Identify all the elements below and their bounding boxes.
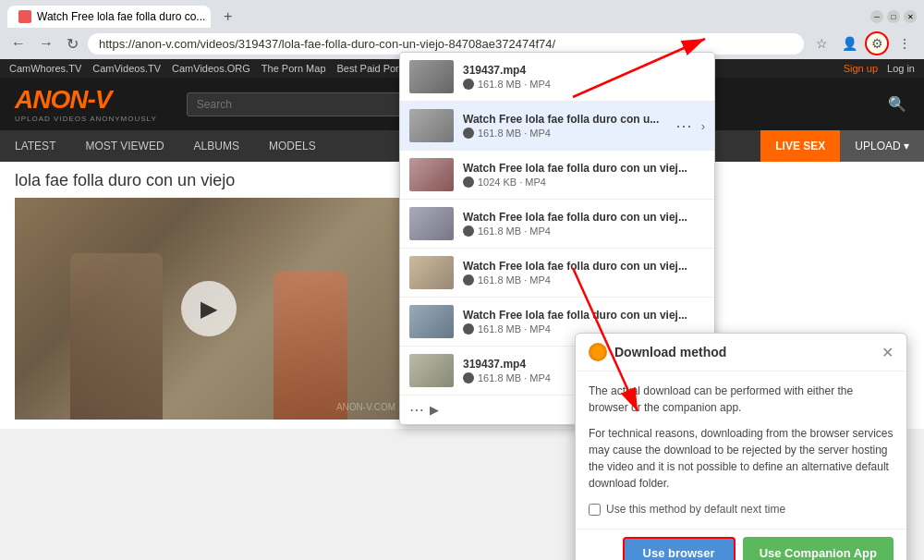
download-item[interactable]: 319437.mp4 161.8 MB · MP4 xyxy=(400,53,714,102)
dialog-close-button[interactable]: ✕ xyxy=(881,344,894,361)
dialog-logo-icon xyxy=(589,343,607,361)
thumb-2 xyxy=(409,109,454,142)
use-companion-button[interactable]: Use Companion App xyxy=(743,537,894,560)
next-icon: › xyxy=(701,119,705,133)
dialog-footer: Use browser Use Companion App xyxy=(576,529,906,560)
window-controls: ─ □ ✕ xyxy=(870,10,917,23)
thumb-1 xyxy=(409,60,454,93)
download-info-4: Watch Free lola fae folla duro con un vi… xyxy=(463,211,705,237)
dialog-body-text-2: For technical reasons, downloading from … xyxy=(589,425,894,492)
dl-icon-5 xyxy=(463,274,474,286)
thumb-4 xyxy=(409,207,454,240)
back-button[interactable]: ← xyxy=(7,33,30,54)
auth-links: Sign up Log in xyxy=(844,63,915,74)
dl-icon-3 xyxy=(463,177,474,188)
dl-icon-1 xyxy=(463,79,474,90)
refresh-button[interactable]: ↻ xyxy=(63,33,82,55)
default-method-checkbox[interactable] xyxy=(589,504,601,516)
toolbar-icons: ☆ 👤 ⚙ ⋮ xyxy=(809,31,917,55)
nav-porn-map[interactable]: The Porn Map xyxy=(261,63,326,74)
extension-icon[interactable]: ⚙ xyxy=(865,31,889,55)
tab-title: Watch Free lola fae folla duro co... xyxy=(37,10,205,23)
video-thumbnail[interactable]: ANON-V.COM ▶ xyxy=(15,198,403,420)
filename-5: Watch Free lola fae folla duro con un vi… xyxy=(463,260,705,273)
download-info-1: 319437.mp4 161.8 MB · MP4 xyxy=(463,64,705,90)
dl-icon-4 xyxy=(463,225,474,237)
download-info-3: Watch Free lola fae folla duro con un vi… xyxy=(463,162,705,188)
more-options-icon[interactable]: ⋯ xyxy=(675,116,692,136)
download-info-6: Watch Free lola fae folla duro con un vi… xyxy=(463,309,705,335)
nav-latest[interactable]: LATEST xyxy=(0,130,70,162)
close-button[interactable]: ✕ xyxy=(904,10,917,23)
thumb-7 xyxy=(409,354,454,387)
filesize-1: 161.8 MB · MP4 xyxy=(463,79,705,90)
search-button[interactable]: 🔍 xyxy=(885,92,909,116)
play-button[interactable]: ▶ xyxy=(181,281,237,336)
dl-icon-6 xyxy=(463,323,474,335)
nav-most-viewed[interactable]: MOST VIEWED xyxy=(70,130,178,162)
use-browser-button[interactable]: Use browser xyxy=(623,537,736,560)
title-bar: Watch Free lola fae folla duro co... ✕ +… xyxy=(0,0,924,28)
dl-icon-2 xyxy=(463,128,474,139)
minimize-button[interactable]: ─ xyxy=(870,10,883,23)
watermark: ANON-V.COM xyxy=(336,402,395,412)
nav-camvideos-tv[interactable]: CamVideos.TV xyxy=(92,63,161,74)
dl-icon-7 xyxy=(463,372,474,383)
filename-1: 319437.mp4 xyxy=(463,64,705,77)
filesize-3: 1024 KB · MP4 xyxy=(463,177,705,188)
nav-camwhores[interactable]: CamWhores.TV xyxy=(9,63,81,74)
default-method-row: Use this method by default next time xyxy=(589,501,894,517)
browser-chrome: Watch Free lola fae folla duro co... ✕ +… xyxy=(0,0,924,59)
logo-sub: UPLOAD VIDEOS ANONYMOUSLY xyxy=(15,115,157,123)
thumb-5 xyxy=(409,256,454,289)
nav-models[interactable]: MODELS xyxy=(254,130,331,162)
expand-icon[interactable]: ▶ xyxy=(430,403,439,417)
person-2 xyxy=(274,272,347,420)
filename-6: Watch Free lola fae folla duro con un vi… xyxy=(463,309,705,322)
filesize-2: 161.8 MB · MP4 xyxy=(463,128,666,139)
tab-favicon xyxy=(18,10,31,23)
download-method-dialog: Download method ✕ The actual download ca… xyxy=(575,333,907,560)
live-sex-button[interactable]: LIVE SEX xyxy=(760,130,840,162)
download-item-4[interactable]: Watch Free lola fae folla duro con un vi… xyxy=(400,200,714,249)
download-item-5[interactable]: Watch Free lola fae folla duro con un vi… xyxy=(400,249,714,298)
filename-4: Watch Free lola fae folla duro con un vi… xyxy=(463,211,705,224)
more-items-icon[interactable]: ⋯ xyxy=(409,401,424,419)
menu-icon[interactable]: ⋮ xyxy=(893,31,917,55)
thumb-6 xyxy=(409,305,454,338)
download-info-2: Watch Free lola fae folla duro con u... … xyxy=(463,113,666,139)
filename-3: Watch Free lola fae folla duro con un vi… xyxy=(463,162,705,175)
star-icon[interactable]: ☆ xyxy=(809,31,833,55)
dialog-header: Download method ✕ xyxy=(576,334,906,371)
nav-camvideos-org[interactable]: CamVideos.ORG xyxy=(172,63,250,74)
dialog-title: Download method xyxy=(614,345,726,359)
upload-button[interactable]: UPLOAD ▾ xyxy=(840,130,924,162)
active-tab[interactable]: Watch Free lola fae folla duro co... ✕ xyxy=(7,6,211,28)
person-1 xyxy=(70,253,163,420)
logo: ANON-V UPLOAD VIDEOS ANONYMOUSLY xyxy=(15,85,157,123)
login-link[interactable]: Log in xyxy=(887,63,915,74)
download-item-2[interactable]: Watch Free lola fae folla duro con u... … xyxy=(400,102,714,151)
default-method-label: Use this method by default next time xyxy=(606,501,785,517)
download-item-3[interactable]: Watch Free lola fae folla duro con un vi… xyxy=(400,151,714,200)
dialog-body: The actual download can be performed wit… xyxy=(576,371,906,529)
logo-text: ANON-V xyxy=(15,85,157,115)
filesize-4: 161.8 MB · MP4 xyxy=(463,225,705,237)
header-right: 🔍 xyxy=(885,92,909,116)
filename-2: Watch Free lola fae folla duro con u... xyxy=(463,113,666,126)
nav-albums[interactable]: ALBUMS xyxy=(179,130,254,162)
account-icon[interactable]: 👤 xyxy=(837,31,861,55)
dialog-body-text-1: The actual download can be performed wit… xyxy=(589,383,894,416)
new-tab-button[interactable]: + xyxy=(218,6,237,27)
maximize-button[interactable]: □ xyxy=(887,10,900,23)
download-info-5: Watch Free lola fae folla duro con un vi… xyxy=(463,260,705,286)
thumb-3 xyxy=(409,158,454,191)
signup-link[interactable]: Sign up xyxy=(844,63,878,74)
filesize-5: 161.8 MB · MP4 xyxy=(463,274,705,286)
forward-button[interactable]: → xyxy=(35,33,57,54)
